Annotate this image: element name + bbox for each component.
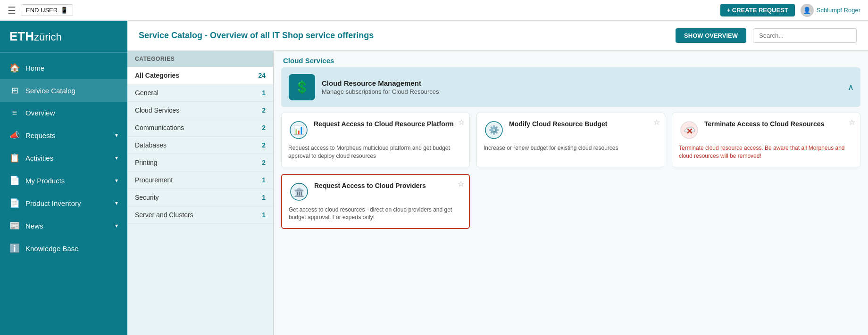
clipboard-icon: 📋 (9, 153, 20, 163)
info-icon: ℹ️ (9, 243, 20, 253)
category-item-cloud-services[interactable]: Cloud Services 2 (127, 102, 273, 119)
card-header: ⚙️ Modify Cloud Resource Budget (484, 120, 658, 140)
category-count: 2 (262, 159, 266, 166)
chevron-down-icon: ▾ (115, 222, 118, 229)
category-count: 2 (262, 141, 266, 149)
sidebar-item-activities[interactable]: 📋 Activities ▾ (0, 147, 127, 169)
sidebar-item-product-inventory[interactable]: 📄 Product Inventory ▾ (0, 192, 127, 214)
category-item-databases[interactable]: Databases 2 (127, 137, 273, 154)
collapse-icon[interactable]: ∧ (848, 82, 854, 92)
sidebar-item-overview[interactable]: ≡ Overview (0, 102, 127, 124)
sidebar-item-label: Activities (25, 154, 109, 162)
end-user-label: END USER (26, 7, 58, 14)
create-request-button[interactable]: + CREATE REQUEST (720, 4, 795, 16)
sidebar-item-label: Home (25, 64, 118, 72)
category-count: 1 (262, 89, 266, 97)
create-request-label: + CREATE REQUEST (727, 7, 788, 14)
sidebar-item-knowledge-base[interactable]: ℹ️ Knowledge Base (0, 237, 127, 260)
svg-text:⚙️: ⚙️ (489, 125, 500, 135)
category-count: 1 (262, 211, 266, 219)
card-description: Request access to Morpheus multicloud pl… (288, 144, 463, 160)
card-description: Increase or renew budget for existing cl… (484, 144, 658, 152)
service-card-modify-cloud-resource-budget[interactable]: ⚙️ Modify Cloud Resource Budget ☆ Increa… (476, 113, 665, 167)
search-input[interactable] (753, 28, 857, 43)
card-title: Modify Cloud Resource Budget (509, 120, 658, 128)
category-label: Server and Clusters (135, 211, 193, 219)
star-icon[interactable]: ☆ (653, 118, 660, 127)
show-overview-button[interactable]: SHOW OVERVIEW (676, 28, 746, 43)
sidebar-nav: 🏠 Home ⊞ Service Catalog ≡ Overview 📣 Re… (0, 57, 127, 260)
card-header: 🏛️ Request Access to Cloud Providers (289, 181, 462, 202)
sidebar-item-service-catalog[interactable]: ⊞ Service Catalog (0, 79, 127, 102)
featured-card[interactable]: 💲 Cloud Resource Management Manage subsc… (281, 67, 860, 107)
categories-header: CATEGORIES (127, 51, 273, 67)
category-item-all[interactable]: All Categories 24 (127, 67, 273, 84)
category-label: Cloud Services (135, 106, 179, 114)
category-label: Procurement (135, 176, 173, 184)
category-count: 24 (258, 72, 266, 79)
sidebar-item-label: Service Catalog (25, 87, 118, 95)
category-item-security[interactable]: Security 1 (127, 189, 273, 206)
avatar: 👤 (801, 4, 814, 17)
hamburger-icon[interactable]: ☰ (8, 5, 16, 16)
sidebar-item-label: My Products (25, 177, 109, 185)
star-icon[interactable]: ☆ (458, 180, 464, 188)
star-icon[interactable]: ☆ (849, 118, 855, 127)
card-description: Terminate cloud resource access. Be awar… (679, 144, 853, 160)
chevron-down-icon: ▾ (115, 177, 118, 184)
top-bar: ☰ END USER 📱 + CREATE REQUEST 👤 Schlumpf… (0, 0, 868, 21)
category-item-communications[interactable]: Communications 2 (127, 119, 273, 137)
svg-text:🏛️: 🏛️ (294, 187, 305, 197)
category-count: 1 (262, 194, 266, 201)
category-item-printing[interactable]: Printing 2 (127, 154, 273, 172)
document-icon: 📄 (9, 175, 20, 186)
logo: ETHzürich (9, 29, 62, 43)
user-info[interactable]: 👤 Schlumpf Roger (801, 4, 860, 17)
header-right: SHOW OVERVIEW (676, 28, 857, 43)
card-title: Request Access to Cloud Resource Platfor… (314, 120, 463, 128)
service-card-request-access-cloud-providers[interactable]: 🏛️ Request Access to Cloud Providers ☆ G… (281, 174, 470, 229)
categories-label: CATEGORIES (135, 56, 175, 62)
featured-text: Cloud Resource Management Manage subscri… (322, 79, 439, 95)
category-item-general[interactable]: General 1 (127, 84, 273, 102)
main-layout: ETHzürich 🏠 Home ⊞ Service Catalog ≡ Ove… (0, 21, 868, 335)
terminate-cloud-icon (679, 120, 700, 140)
news-icon: 📰 (9, 221, 20, 231)
chevron-down-icon: ▾ (115, 155, 118, 161)
gear-cloud-icon: ⚙️ (484, 120, 504, 140)
category-label: All Categories (135, 72, 179, 79)
sidebar-item-label: Requests (25, 131, 109, 139)
sidebar-item-label: Product Inventory (25, 199, 109, 207)
sidebar-item-news[interactable]: 📰 News ▾ (0, 214, 127, 237)
top-bar-right: + CREATE REQUEST 👤 Schlumpf Roger (720, 4, 860, 17)
category-count: 2 (262, 106, 266, 114)
section-label: Cloud Services (274, 51, 868, 67)
end-user-button[interactable]: END USER 📱 (21, 4, 73, 16)
category-count: 2 (262, 124, 266, 131)
page-title: Service Catalog - Overview of all IT Sho… (139, 31, 374, 41)
dollar-cloud-icon: 💲 (294, 80, 309, 95)
featured-icon: 💲 (289, 74, 315, 100)
service-card-request-access-cloud-resource[interactable]: 📊 Request Access to Cloud Resource Platf… (281, 113, 470, 167)
services-panel: Cloud Services 💲 Cloud Resource Manageme… (274, 51, 868, 335)
megaphone-icon: 📣 (9, 130, 20, 140)
body-split: CATEGORIES All Categories 24 General 1 C… (127, 51, 868, 335)
categories-list: All Categories 24 General 1 Cloud Servic… (127, 67, 273, 335)
sidebar-logo: ETHzürich (0, 21, 127, 53)
sidebar-item-requests[interactable]: 📣 Requests ▾ (0, 124, 127, 147)
list-icon: ≡ (9, 108, 20, 118)
category-count: 1 (262, 176, 266, 184)
service-card-terminate-access-cloud-resources[interactable]: Terminate Access to Cloud Resources ☆ Te… (672, 113, 860, 167)
sidebar-item-my-products[interactable]: 📄 My Products ▾ (0, 169, 127, 192)
user-name: Schlumpf Roger (817, 7, 860, 14)
category-item-procurement[interactable]: Procurement 1 (127, 172, 273, 189)
star-icon[interactable]: ☆ (458, 118, 465, 127)
card-header: Terminate Access to Cloud Resources (679, 120, 853, 140)
page-header: Service Catalog - Overview of all IT Sho… (127, 21, 868, 51)
home-icon: 🏠 (9, 63, 20, 73)
top-bar-left: ☰ END USER 📱 (8, 4, 73, 16)
sidebar: ETHzürich 🏠 Home ⊞ Service Catalog ≡ Ove… (0, 21, 127, 335)
sidebar-item-home[interactable]: 🏠 Home (0, 57, 127, 79)
category-item-server-clusters[interactable]: Server and Clusters 1 (127, 206, 273, 224)
sidebar-item-label: News (25, 222, 109, 230)
